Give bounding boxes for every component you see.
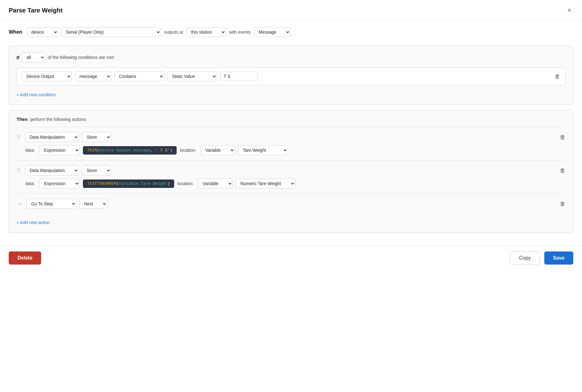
drag-handle-2[interactable]: ⠿ — [17, 167, 21, 174]
action-2-location-label: location: — [177, 181, 193, 186]
modal-title: Parse Tare Weight — [9, 7, 63, 14]
condition-property-select[interactable]: message — [75, 71, 111, 81]
action-2-expression: TEXTTONUMBER(Variable.Tare Weight) — [83, 179, 174, 188]
when-label: When — [9, 29, 22, 35]
modal-body: When device Serial (Player Only) outputs… — [0, 20, 582, 245]
with-events-label: with events — [229, 30, 251, 35]
then-label: Then — [17, 117, 28, 122]
action-item-3: → Go To Step Next 🗑 — [17, 194, 565, 217]
delete-button[interactable]: Delete — [9, 251, 41, 265]
if-all-select[interactable]: all — [22, 52, 45, 62]
add-action-button[interactable]: + Add new action — [17, 219, 50, 226]
add-condition-button[interactable]: + Add new condition — [17, 91, 56, 98]
action-1-row: ⠿ Data Manipulation Store 🗑 — [17, 132, 565, 142]
modal-footer: Delete Copy Save — [0, 245, 582, 270]
action-1-detail-row: data: Expression TRIM(Device Output.mess… — [25, 145, 565, 155]
action-2-data-label: data: — [25, 181, 35, 186]
if-block: If all of the following conditions are m… — [9, 46, 573, 105]
action-1-location-type-select[interactable]: Variable — [200, 145, 235, 155]
action-2-expr-arg: Variable.Tare Weight — [119, 181, 168, 186]
action-1-expr-fn: TRIM — [87, 148, 97, 153]
action-2-category-select[interactable]: Data Manipulation — [25, 165, 79, 175]
events-select[interactable]: Message — [254, 27, 290, 37]
action-1-category-select[interactable]: Data Manipulation — [25, 132, 79, 142]
action-3-delete-button[interactable]: 🗑 — [560, 201, 565, 207]
condition-static-value-input[interactable] — [220, 72, 258, 81]
action-3-step-select[interactable]: Next — [79, 199, 107, 209]
when-row: When device Serial (Player Only) outputs… — [9, 27, 573, 37]
action-2-data-type-select[interactable]: Expression — [39, 179, 80, 189]
close-button[interactable]: × — [565, 6, 573, 15]
arrow-icon-3: → — [17, 201, 22, 207]
action-1-delete-button[interactable]: 🗑 — [560, 134, 565, 141]
action-item-2: ⠿ Data Manipulation Store 🗑 data: Expres… — [17, 160, 565, 194]
action-1-location-label: location: — [180, 148, 196, 153]
outputs-at-label: outputs at — [164, 30, 184, 35]
action-1-data-type-select[interactable]: Expression — [39, 145, 80, 155]
condition-operator-select[interactable]: Contains — [114, 71, 164, 81]
condition-delete-button[interactable]: 🗑 — [555, 73, 560, 80]
action-2-action-select[interactable]: Store — [82, 165, 111, 175]
condition-compare-type-select[interactable]: Static Value — [167, 71, 217, 81]
action-2-row: ⠿ Data Manipulation Store 🗑 — [17, 165, 565, 175]
action-2-delete-button[interactable]: 🗑 — [560, 167, 565, 174]
action-1-data-label: data: — [25, 148, 35, 153]
drag-handle-1[interactable]: ⠿ — [17, 134, 21, 141]
action-1-action-select[interactable]: Store — [82, 132, 111, 142]
action-item-1: ⠿ Data Manipulation Store 🗑 data: Expres… — [17, 127, 565, 160]
action-2-location-var-select[interactable]: Numeric Tare Weight — [236, 179, 295, 189]
action-2-location-type-select[interactable]: Variable — [198, 179, 233, 189]
condition-row: Device Output message Contains Static Va… — [17, 67, 565, 85]
action-1-location-var-select[interactable]: Tare Weight — [238, 145, 288, 155]
save-button[interactable]: Save — [544, 251, 573, 265]
if-header: If all of the following conditions are m… — [17, 52, 565, 62]
action-3-category-select[interactable]: Go To Step — [26, 199, 76, 209]
if-subtext: of the following conditions are met: — [48, 55, 115, 60]
action-3-row: → Go To Step Next 🗑 — [17, 199, 565, 209]
device-serial-select[interactable]: Serial (Player Only) — [61, 27, 161, 37]
action-1-expr-str: ' T S' — [155, 148, 170, 153]
condition-field-select[interactable]: Device Output — [22, 71, 72, 81]
action-2-expr-fn: TEXTTONUMBER — [87, 181, 117, 186]
action-2-detail-row: data: Expression TEXTTONUMBER(Variable.T… — [25, 179, 565, 189]
then-subtext: perform the following actions: — [30, 117, 87, 122]
copy-button[interactable]: Copy — [510, 251, 540, 265]
then-block: Then perform the following actions: ⠿ Da… — [9, 110, 573, 233]
station-select[interactable]: this station — [186, 27, 226, 37]
action-1-expr-arg: Device Output.message — [99, 148, 150, 153]
action-1-expression: TRIM(Device Output.message, ' T S') — [83, 146, 177, 155]
then-header: Then perform the following actions: — [17, 117, 565, 122]
device-type-select[interactable]: device — [27, 27, 58, 37]
modal-header: Parse Tare Weight × — [0, 0, 582, 20]
footer-right: Copy Save — [510, 251, 573, 265]
if-label: If — [17, 55, 19, 60]
